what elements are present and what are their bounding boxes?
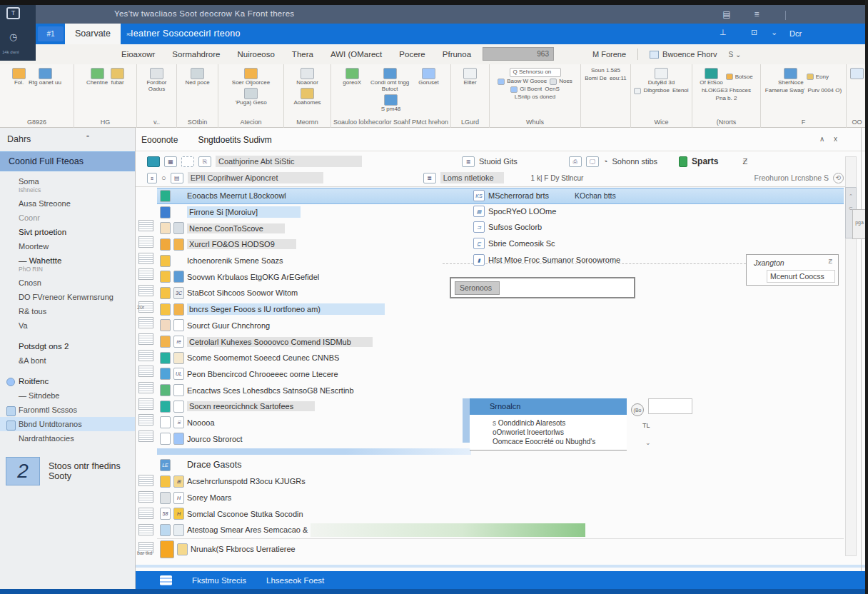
ribbon-button[interactable]: Noes [550,79,572,85]
pane-separator[interactable] [861,128,862,589]
toolbar-label-3[interactable]: Sohonn stibs [612,157,657,166]
sidebar-item[interactable]: — Sitndebe [0,388,135,403]
row-preview-thumbnail[interactable] [138,236,153,248]
sort-icon[interactable]: Ƶ [742,157,747,166]
printer-icon[interactable]: ⎙ [569,156,582,167]
document-icon[interactable]: ▤ [171,173,183,183]
list-row[interactable]: 58 H Somclal Csconoe Stutka Socodin [157,505,844,522]
list-row[interactable]: Nenoe CoonToScove ⊐ Sufsos Goclorb [157,220,844,236]
row-preview-thumbnail[interactable] [138,285,153,296]
sidebar-item[interactable]: Cnosn [0,276,135,290]
popup-item[interactable]: Oonddlnicb Alaresots [493,419,627,427]
ribbon-button[interactable]: Condi omt tngg Butoct [364,68,415,93]
ribbon-button[interactable]: Etenol [672,88,689,94]
collapse-pane-icon[interactable]: ∧ [819,135,824,143]
sidebar-item[interactable]: Roitfenc [0,374,135,388]
status-label-1[interactable]: Fkstmu Strecis [192,576,246,585]
ribbon-button[interactable]: goreoX [343,68,361,93]
green-box-icon[interactable] [679,156,687,167]
ribbon-tab-s[interactable]: S ⌄ [729,51,742,59]
row-preview-thumbnail[interactable] [138,414,153,426]
ribbon-button[interactable]: DutyBd 3d [648,68,675,86]
list-row[interactable]: Eooacbs Meerrut L8ockoowl KS MScherrorad… [157,188,844,204]
ribbon-button[interactable]: Q Sehnorsu on [510,68,561,77]
row-preview-thumbnail[interactable] [138,508,153,519]
list-row[interactable]: Ichoenorenik Smene Soazs ▮ Hfst Mtoe Fro… [157,253,844,269]
sidebar-item[interactable]: Ausa Streoone [0,196,135,211]
sidebar-item[interactable]: DO FVreneor Kenwrnsrung [0,290,135,304]
sidebar-item[interactable]: Coonid Full Fteoas [0,151,135,171]
active-tab[interactable]: Soarvate≂ [65,24,121,44]
ribbon-button[interactable]: LSnlip os doned [515,94,555,101]
list-row[interactable]: ⊞ Acsehrcrlunspotd R3ocu KJUGRs [157,473,844,490]
ribbon-button[interactable]: Fol. [12,68,26,86]
sidebar-item[interactable]: Nardrathtaocies [0,431,135,446]
status-calendar-icon[interactable] [160,575,172,585]
sidebar-item[interactable]: R& tous [0,304,135,318]
ribbon-button[interactable]: Famerue Swag' [765,88,805,94]
list-row[interactable]: Xurcrl FO&OS HODSO9 ⊑ Sbrie Comeosik Sc [157,236,844,253]
list-row[interactable]: UL Peon Bbencircod Chrooeeec oorne Ltece… [157,366,844,383]
sidebar-item[interactable]: &A bont [0,353,135,368]
list-row[interactable]: Firrone Si [Moroiuv] ▤ SpocRYeO LOOme [157,204,844,221]
app-logo-icon[interactable]: T [6,7,20,19]
close-pane-icon[interactable]: x [834,135,837,143]
list-row[interactable]: LE Drace Gasots [157,456,844,473]
filter-controls-label[interactable]: 1 k| F Dy Stlncur [531,174,584,182]
ribbon-button[interactable]: Purv 0004 O) [808,88,842,94]
ribbon-tab[interactable]: AWI (OMarect [330,50,382,59]
row-preview-thumbnail[interactable] [138,431,153,442]
sidebar-item[interactable]: Va [0,318,135,333]
small-box-icon[interactable]: s [147,173,157,183]
ribbon-button[interactable]: Of EtSoo [700,68,722,86]
list-row[interactable]: Encactws Sces Lohesdbcs SatnsoG8 NEscrti… [157,382,844,398]
sidebar-item[interactable]: Coonr [0,211,135,225]
ribbon-button[interactable]: Gl Boent [510,86,542,93]
toolbar-label-6[interactable]: Loms ntletioke [440,172,504,183]
clock-icon[interactable]: ◷ [9,31,17,42]
filter-input[interactable]: Seronoos [450,277,635,298]
tab-row-right-label[interactable]: Dcr [789,29,802,38]
ribbon-button[interactable]: Botsoe [726,68,753,86]
circle-icon[interactable]: ○ [161,173,166,182]
sidebar-item[interactable]: — Wahettte PhO RIN [0,253,135,276]
ribbon-tab[interactable]: Pocere [399,50,425,59]
ribbon-button[interactable]: SherNoce [778,68,804,86]
ribbon-tab[interactable]: Pfrunoa [443,50,471,59]
footer-badge-icon[interactable]: 2 [6,457,40,485]
ribbon-button[interactable]: OenS [545,86,559,93]
ribbon-button[interactable]: Ned poce [185,68,209,86]
minimize-icon[interactable]: ▤ [720,8,734,21]
ribbon-tab[interactable]: Sormahdrore [172,50,220,59]
clipboard-icon[interactable]: ⎘ [198,156,211,167]
pin-tab[interactable]: #1 [38,26,64,41]
ribbon-button[interactable]: Ellter [463,68,477,86]
breadcrumb-item-active[interactable]: Sngtdoetits Sudivm [198,135,271,145]
list-row[interactable]: re Cetrolarl Kuhexes Soooovco Comend ISD… [157,333,844,350]
row-preview-thumbnail[interactable] [138,524,153,535]
row-preview-thumbnail[interactable] [138,268,153,280]
row-preview-thumbnail[interactable] [138,382,153,393]
sidebar-item[interactable]: Soma Ishneics [0,174,135,196]
list-icon-2[interactable]: ≣ [423,173,436,183]
sidebar-item[interactable]: Faronmtl Scssos [0,403,135,417]
collapse-chevron-icon[interactable]: ❝ [86,134,89,141]
popup-header[interactable]: Srnoalcn [470,398,627,415]
ribbon-button[interactable]: Bomi De [585,76,607,82]
list-icon[interactable]: ≣ [462,156,475,167]
pie-icon[interactable]: ◔ [603,157,608,166]
geo-badge-icon[interactable]: (Bo [631,403,644,416]
ribbon-tab[interactable]: Eioaxowr [121,50,155,59]
ribbon-button[interactable]: Goruset [418,68,438,93]
list-row[interactable]: Scome Soomemot Soeecd Ceunec CNNBS [157,350,844,366]
row-preview-thumbnail[interactable] [138,333,153,345]
ribbon-button[interactable]: fubar [111,68,124,86]
forms-label[interactable]: M Forene [592,50,626,59]
ribbon-button[interactable]: Noaonor [296,68,318,86]
ribbon-button[interactable]: Rtg oanet uu [29,68,61,86]
ribbon-button[interactable]: eou:11 [610,76,627,82]
chevron-down-icon[interactable]: ⌄ [771,28,777,37]
ribbon-button[interactable]: Eony [807,68,829,86]
row-preview-thumbnail[interactable] [138,491,153,503]
toolbar-field-1[interactable]: Coathjorine Abt SiStic [216,156,362,167]
